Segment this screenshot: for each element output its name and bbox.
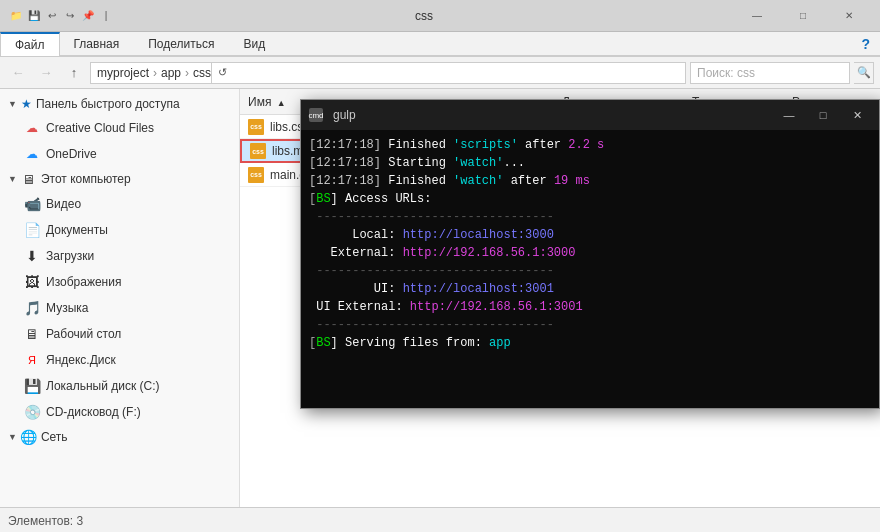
close-button[interactable]: ✕ <box>826 0 872 32</box>
video-label: Видео <box>46 197 81 211</box>
quick-access-header[interactable]: ▼ ★ Панель быстрого доступа <box>0 93 239 115</box>
sidebar-item-music[interactable]: 🎵 Музыка <box>0 295 239 321</box>
yandex-icon: Я <box>24 352 40 368</box>
network-icon: 🌐 <box>21 429 37 445</box>
this-pc-header[interactable]: ▼ 🖥 Этот компьютер <box>0 167 239 191</box>
this-pc-chevron: ▼ <box>8 174 17 184</box>
downloads-icon: ⬇ <box>24 248 40 264</box>
sidebar-item-documents[interactable]: 📄 Документы <box>0 217 239 243</box>
title-bar-icons: 📁 💾 ↩ ↪ 📌 | <box>8 8 114 24</box>
path-segment-1: myproject <box>97 66 149 80</box>
creative-cloud-icon: ☁ <box>24 120 40 136</box>
music-label: Музыка <box>46 301 88 315</box>
cd-label: CD-дисковод (F:) <box>46 405 141 419</box>
redo-icon[interactable]: ↪ <box>62 8 78 24</box>
terminal-maximize-button[interactable]: □ <box>809 104 837 126</box>
file-area: Имя ▲ Дата изменения Тип Размер css libs… <box>240 89 880 507</box>
refresh-button[interactable]: ↺ <box>211 62 233 84</box>
local-disk-label: Локальный диск (C:) <box>46 379 160 393</box>
status-bar: Элементов: 3 <box>0 507 880 532</box>
terminal-line: External: http://192.168.56.1:3000 <box>309 244 871 262</box>
terminal-line: --------------------------------- <box>309 208 871 226</box>
sidebar-item-cd[interactable]: 💿 CD-дисковод (F:) <box>0 399 239 425</box>
ribbon: Файл Главная Поделиться Вид ? <box>0 32 880 57</box>
sort-arrow-name: ▲ <box>277 98 286 108</box>
images-icon: 🖼 <box>24 274 40 290</box>
sidebar-item-yandex[interactable]: Я Яндекс.Диск <box>0 347 239 373</box>
video-icon: 📹 <box>24 196 40 212</box>
save-icon[interactable]: 💾 <box>26 8 42 24</box>
network-label: Сеть <box>41 430 68 444</box>
status-text: Элементов: 3 <box>8 514 83 528</box>
terminal-body[interactable]: [12:17:18] Finished 'scripts' after 2.2 … <box>301 130 879 408</box>
ribbon-tabs: Файл Главная Поделиться Вид ? <box>0 32 880 56</box>
terminal-title: gulp <box>333 108 769 122</box>
terminal-close-button[interactable]: ✕ <box>843 104 871 126</box>
this-pc-label: Этот компьютер <box>41 172 131 186</box>
forward-button[interactable]: → <box>34 61 58 85</box>
address-path: myproject › app › css <box>97 66 211 80</box>
music-icon: 🎵 <box>24 300 40 316</box>
computer-icon: 🖥 <box>21 171 37 187</box>
terminal-line: [BS] Access URLs: <box>309 190 871 208</box>
terminal-line: Local: http://localhost:3000 <box>309 226 871 244</box>
sidebar-item-desktop[interactable]: 🖥 Рабочий стол <box>0 321 239 347</box>
sidebar-item-creative-cloud[interactable]: ☁ Creative Cloud Files <box>0 115 239 141</box>
tab-view[interactable]: Вид <box>229 32 280 55</box>
tab-home[interactable]: Главная <box>60 32 135 55</box>
help-button[interactable]: ? <box>851 32 880 55</box>
terminal-line: [BS] Serving files from: app <box>309 334 871 352</box>
search-field[interactable]: Поиск: css <box>690 62 850 84</box>
minimize-button[interactable]: — <box>734 0 780 32</box>
css-file-icon-2: css <box>250 143 266 159</box>
yandex-label: Яндекс.Диск <box>46 353 116 367</box>
creative-cloud-label: Creative Cloud Files <box>46 121 154 135</box>
back-button[interactable]: ← <box>6 61 30 85</box>
pin-icon[interactable]: 📌 <box>80 8 96 24</box>
address-bar: ← → ↑ myproject › app › css ↺ Поиск: css… <box>0 57 880 89</box>
terminal-app-icon: cmd <box>309 108 323 122</box>
path-segment-2: app <box>161 66 181 80</box>
address-field[interactable]: myproject › app › css ↺ <box>90 62 686 84</box>
sidebar-item-images[interactable]: 🖼 Изображения <box>0 269 239 295</box>
separator-icon: | <box>98 8 114 24</box>
quick-access-chevron: ▼ <box>8 99 17 109</box>
undo-icon[interactable]: ↩ <box>44 8 60 24</box>
downloads-label: Загрузки <box>46 249 94 263</box>
cd-icon: 💿 <box>24 404 40 420</box>
up-button[interactable]: ↑ <box>62 61 86 85</box>
window-controls: — □ ✕ <box>734 0 872 32</box>
path-segment-3: css <box>193 66 211 80</box>
sidebar-item-video[interactable]: 📹 Видео <box>0 191 239 217</box>
onedrive-label: OneDrive <box>46 147 97 161</box>
terminal-line: [12:17:18] Finished 'scripts' after 2.2 … <box>309 136 871 154</box>
sidebar-item-downloads[interactable]: ⬇ Загрузки <box>0 243 239 269</box>
sidebar-item-local-disk[interactable]: 💾 Локальный диск (C:) <box>0 373 239 399</box>
network-chevron: ▼ <box>8 432 17 442</box>
sidebar: ▼ ★ Панель быстрого доступа ☁ Creative C… <box>0 89 240 507</box>
terminal-line: [12:17:18] Finished 'watch' after 19 ms <box>309 172 871 190</box>
tab-share[interactable]: Поделиться <box>134 32 229 55</box>
main-layout: ▼ ★ Панель быстрого доступа ☁ Creative C… <box>0 89 880 507</box>
terminal-window: cmd gulp — □ ✕ [12:17:18] Finished 'scri… <box>300 99 880 409</box>
terminal-line: [12:17:18] Starting 'watch'... <box>309 154 871 172</box>
local-disk-icon: 💾 <box>24 378 40 394</box>
terminal-minimize-button[interactable]: — <box>775 104 803 126</box>
window-title: css <box>118 9 730 23</box>
title-bar: 📁 💾 ↩ ↪ 📌 | css — □ ✕ <box>0 0 880 32</box>
desktop-label: Рабочий стол <box>46 327 121 341</box>
terminal-title-bar: cmd gulp — □ ✕ <box>301 100 879 130</box>
terminal-line: UI External: http://192.168.56.1:3001 <box>309 298 871 316</box>
maximize-button[interactable]: □ <box>780 0 826 32</box>
desktop-icon: 🖥 <box>24 326 40 342</box>
folder-icon: 📁 <box>8 8 24 24</box>
images-label: Изображения <box>46 275 121 289</box>
network-header[interactable]: ▼ 🌐 Сеть <box>0 425 239 449</box>
tab-file[interactable]: Файл <box>0 32 60 56</box>
quick-access-pin-icon: ★ <box>21 97 32 111</box>
documents-label: Документы <box>46 223 108 237</box>
terminal-line: --------------------------------- <box>309 262 871 280</box>
search-button[interactable]: 🔍 <box>854 62 874 84</box>
sidebar-item-onedrive[interactable]: ☁ OneDrive <box>0 141 239 167</box>
search-placeholder: Поиск: css <box>697 66 755 80</box>
